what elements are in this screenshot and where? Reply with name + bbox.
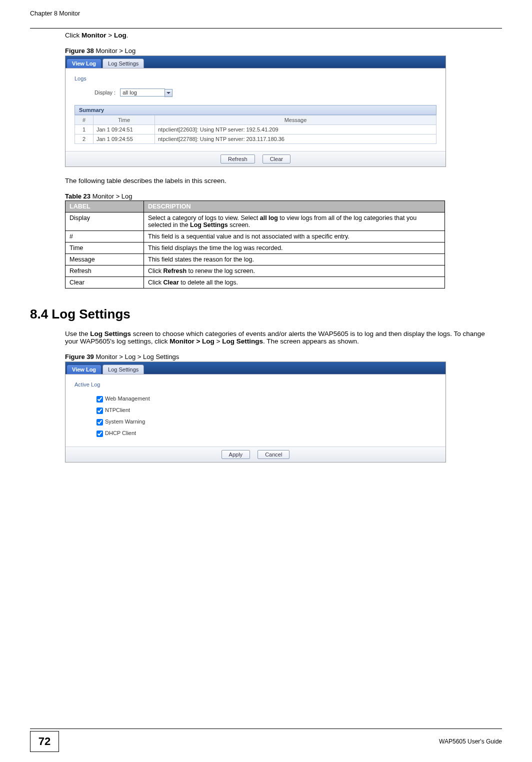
- fig39-button-bar: Apply Cancel: [66, 446, 446, 462]
- display-label: Display :: [94, 90, 116, 96]
- table-row: Refresh Click Refresh to renew the log s…: [66, 266, 445, 277]
- col-time: Time: [94, 116, 155, 125]
- checkbox-icon[interactable]: [96, 430, 103, 437]
- th-label: LABEL: [66, 201, 144, 212]
- col-num: #: [75, 116, 94, 125]
- table-row: Message This field states the reason for…: [66, 254, 445, 266]
- chapter-title: Chapter 8 Monitor: [30, 10, 80, 17]
- table-intro: The following table describes the labels…: [65, 177, 497, 184]
- clear-button[interactable]: Clear: [262, 154, 290, 164]
- tab-log-settings-2[interactable]: Log Settings: [102, 364, 144, 374]
- log-table: # Time Message 1 Jan 1 09:24:51 ntpclien…: [74, 115, 436, 144]
- figure38-label: Figure 38 Monitor > Log: [65, 47, 502, 54]
- figure39-screenshot: View Log Log Settings Active Log Web Man…: [65, 362, 446, 462]
- tab-view-log[interactable]: View Log: [66, 58, 102, 68]
- refresh-button[interactable]: Refresh: [220, 154, 255, 164]
- check-system-warning[interactable]: System Warning: [94, 418, 436, 427]
- guide-name: WAP5605 User's Guide: [439, 738, 502, 745]
- header-rule: [30, 28, 502, 28]
- intro-para: Click Monitor > Log.: [65, 32, 497, 39]
- table-row: Time This field displays the time the lo…: [66, 242, 445, 254]
- table23-caption: Table 23 Monitor > Log: [65, 192, 502, 200]
- page-footer: 72 WAP5605 User's Guide: [30, 728, 502, 752]
- table-row: # This field is a sequential value and i…: [66, 231, 445, 242]
- apply-button[interactable]: Apply: [222, 450, 250, 459]
- figure38-screenshot: View Log Log Settings Logs Display : all…: [65, 56, 446, 167]
- check-dhcp-client[interactable]: DHCP Client: [94, 429, 436, 438]
- logs-section-label: Logs: [74, 76, 436, 82]
- summary-bar: Summary: [74, 105, 436, 115]
- section84-para: Use the Log Settings screen to choose wh…: [65, 330, 497, 345]
- table-row: 2 Jan 1 09:24:55 ntpclient[22788]: Using…: [75, 134, 436, 144]
- checkbox-icon[interactable]: [96, 419, 103, 426]
- checkbox-icon[interactable]: [96, 396, 103, 402]
- table-row: Display Select a category of logs to vie…: [66, 212, 445, 231]
- table-row: 1 Jan 1 09:24:51 ntpclient[22603]: Using…: [75, 125, 436, 134]
- fig39-tabbar: View Log Log Settings: [66, 362, 446, 374]
- col-message: Message: [155, 116, 436, 125]
- check-ntpclient[interactable]: NTPClient: [94, 406, 436, 416]
- cancel-button[interactable]: Cancel: [258, 450, 290, 459]
- check-web-management[interactable]: Web Management: [94, 394, 436, 404]
- page-header: Chapter 8 Monitor: [30, 10, 502, 17]
- th-desc: DESCRIPTION: [144, 201, 445, 212]
- table23: LABEL DESCRIPTION Display Select a categ…: [65, 200, 445, 288]
- figure39-label: Figure 39 Monitor > Log > Log Settings: [65, 353, 502, 360]
- tab-log-settings[interactable]: Log Settings: [102, 58, 144, 68]
- display-row: Display : all log: [94, 88, 436, 97]
- fig38-tabbar: View Log Log Settings: [66, 56, 446, 68]
- tab-view-log-2[interactable]: View Log: [66, 364, 102, 374]
- display-combo[interactable]: all log: [120, 88, 165, 96]
- chevron-down-icon[interactable]: [164, 89, 172, 97]
- active-log-label: Active Log: [74, 382, 436, 388]
- checkbox-icon[interactable]: [96, 408, 103, 414]
- page-number: 72: [30, 731, 59, 752]
- fig38-button-bar: Refresh Clear: [66, 151, 446, 166]
- table-row: Clear Click Clear to delete all the logs…: [66, 277, 445, 288]
- section-heading-8-4: 8.4 Log Settings: [30, 306, 502, 322]
